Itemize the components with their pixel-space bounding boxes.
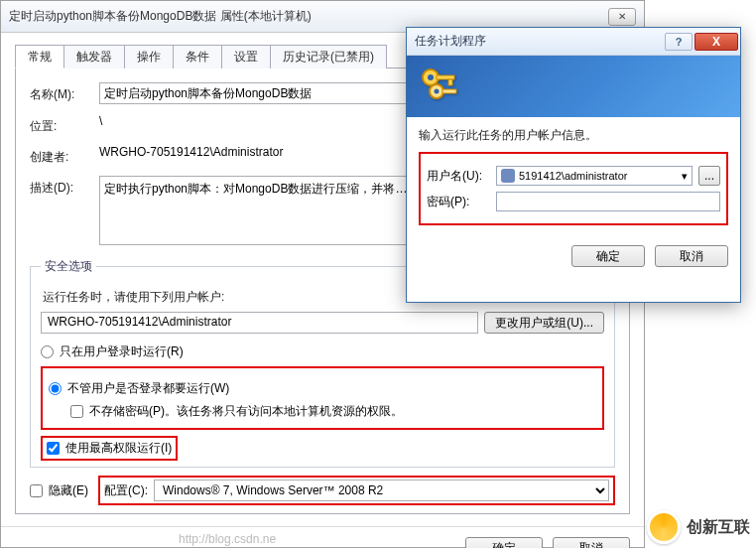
cred-ok-button[interactable]: 确定 [571,245,645,267]
check-no-store-password[interactable] [70,405,83,418]
check-highest-privileges[interactable] [47,442,60,455]
watermark-url: http://blog.csdn.ne [179,532,276,546]
highlight-box-runmode: 不管用户是否登录都要运行(W) 不存储密码(P)。该任务将只有访问本地计算机资源… [41,366,604,430]
tab-actions[interactable]: 操作 [124,45,174,68]
close-icon[interactable]: ✕ [608,8,636,26]
cred-cancel-button[interactable]: 取消 [655,245,728,267]
svg-rect-6 [442,89,456,93]
svg-rect-3 [448,79,452,85]
svg-rect-2 [437,75,454,79]
svg-point-1 [428,74,434,80]
browse-user-button[interactable]: ... [698,166,720,186]
tab-general[interactable]: 常规 [15,45,64,68]
radio-run-any[interactable] [49,382,62,395]
radio-run-any-label: 不管用户是否登录都要运行(W) [67,380,229,397]
close-icon[interactable]: X [694,33,738,51]
name-label: 名称(M): [30,82,99,103]
tab-conditions[interactable]: 条件 [173,45,222,68]
cred-banner [407,56,740,117]
tab-triggers[interactable]: 触发器 [63,45,125,68]
change-user-button[interactable]: 更改用户或组(U)... [484,312,604,334]
configure-for-label: 配置(C): [104,482,148,499]
username-value: 5191412\administrator [519,170,682,182]
check-no-store-password-label: 不存储密码(P)。该任务将只有访问本地计算机资源的权限。 [89,403,403,420]
cancel-button[interactable]: 取消 [553,537,630,548]
watermark-logo-icon [647,510,681,544]
security-legend: 安全选项 [41,258,96,275]
description-label: 描述(D): [30,176,99,197]
highlight-box-highest: 使用最高权限运行(I) [41,436,178,461]
password-input[interactable] [496,192,720,211]
main-window-title: 定时启动python脚本备份MongoDB数据 属性(本地计算机) [9,8,608,25]
help-icon[interactable]: ? [665,33,693,51]
username-label: 用户名(U): [427,168,490,185]
cred-titlebar[interactable]: 任务计划程序 ? X [407,28,740,56]
password-label: 密码(P): [427,194,490,210]
username-combo[interactable]: 5191412\administrator ▾ [496,166,693,186]
radio-logged-on[interactable] [41,345,54,358]
radio-logged-on-label: 只在用户登录时运行(R) [60,343,184,360]
check-highest-privileges-label: 使用最高权限运行(I) [65,440,172,457]
ok-button[interactable]: 确定 [465,537,543,548]
location-label: 位置: [30,114,99,135]
keys-icon [419,66,458,105]
highlight-box-configure: 配置(C): Windows® 7, Windows Server™ 2008 … [98,476,615,505]
user-avatar-icon [501,169,515,183]
svg-point-5 [435,89,440,94]
configure-for-select[interactable]: Windows® 7, Windows Server™ 2008 R2 [154,480,609,501]
watermark: 创新互联 [647,510,750,544]
tab-settings[interactable]: 设置 [221,45,271,68]
author-label: 创建者: [30,145,99,166]
chevron-down-icon[interactable]: ▾ [682,170,688,183]
check-hidden[interactable] [30,484,43,497]
cred-prompt: 输入运行此任务的用户帐户信息。 [419,127,728,144]
highlight-box-credentials: 用户名(U): 5191412\administrator ▾ ... 密码(P… [419,152,728,225]
tab-history[interactable]: 历史记录(已禁用) [270,45,387,68]
watermark-text: 创新互联 [687,517,750,538]
run-as-account: WRGHO-705191412\Administrator [41,312,478,334]
credentials-dialog: 任务计划程序 ? X 输入运行此任务的用户帐户信息。 用户名(U): 51914… [406,27,741,303]
check-hidden-label: 隐藏(E) [49,482,88,499]
cred-title: 任务计划程序 [415,33,665,50]
